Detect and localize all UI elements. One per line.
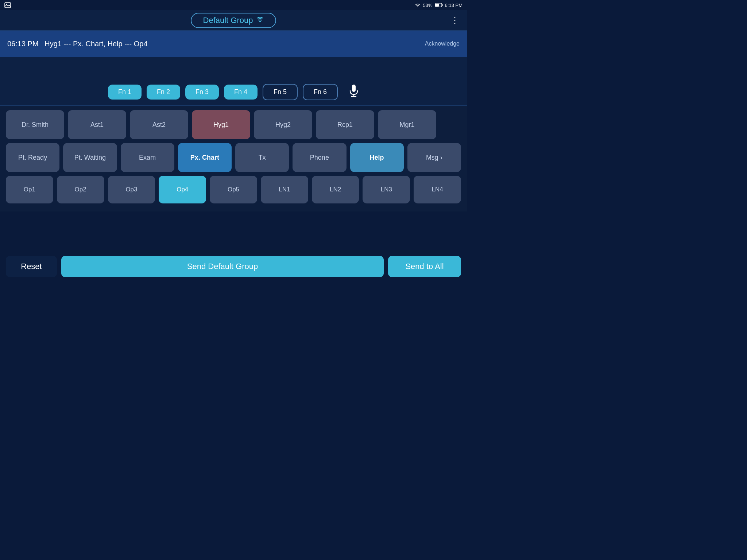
key-pt-waiting[interactable]: Pt. Waiting xyxy=(63,143,117,172)
message-timestamp: 06:13 PM xyxy=(7,40,39,48)
key-op2[interactable]: Op2 xyxy=(57,176,104,203)
fn1-button[interactable]: Fn 1 xyxy=(108,85,142,100)
key-phone[interactable]: Phone xyxy=(293,143,346,172)
group-title: Default Group xyxy=(203,16,253,25)
fn2-button[interactable]: Fn 2 xyxy=(147,85,180,100)
time-text: 6:13 PM xyxy=(445,3,462,8)
app-header: Default Group ⋮ xyxy=(0,10,467,31)
svg-point-5 xyxy=(259,21,261,22)
key-op4[interactable]: Op4 xyxy=(159,176,206,203)
key-px-chart[interactable]: Px. Chart xyxy=(178,143,232,172)
key-pt-ready[interactable]: Pt. Ready xyxy=(6,143,59,172)
function-keys-area: Fn 1 Fn 2 Fn 3 Fn 4 Fn 5 Fn 6 xyxy=(0,79,467,106)
key-dr-smith[interactable]: Dr. Smith xyxy=(6,110,64,139)
key-op1[interactable]: Op1 xyxy=(6,176,53,203)
battery-icon xyxy=(435,3,443,7)
key-hyg2[interactable]: Hyg2 xyxy=(254,110,312,139)
key-op5[interactable]: Op5 xyxy=(210,176,257,203)
message-notification-area: 06:13 PM Hyg1 --- Px. Chart, Help --- Op… xyxy=(0,31,467,57)
status-bar: 53% 6:13 PM xyxy=(0,0,467,10)
fn6-button[interactable]: Fn 6 xyxy=(303,84,338,100)
message-content: 06:13 PM Hyg1 --- Px. Chart, Help --- Op… xyxy=(7,40,148,48)
svg-rect-3 xyxy=(435,4,439,7)
key-msg[interactable]: Msg › xyxy=(407,143,461,172)
wifi-status-icon xyxy=(414,3,421,8)
cast-icon xyxy=(256,17,264,24)
fn4-button[interactable]: Fn 4 xyxy=(224,85,258,100)
spacer-area xyxy=(0,57,467,79)
status-bar-left xyxy=(4,2,11,8)
fn-key-group: Fn 1 Fn 2 Fn 3 Fn 4 Fn 5 Fn 6 xyxy=(108,84,338,100)
svg-rect-0 xyxy=(5,3,11,8)
acknowledge-button[interactable]: Acknowledge xyxy=(425,40,460,47)
send-to-all-button[interactable]: Send to All xyxy=(388,256,461,277)
message-row: Pt. Ready Pt. Waiting Exam Px. Chart Tx … xyxy=(6,143,461,172)
image-icon xyxy=(4,2,11,8)
group-selector-button[interactable]: Default Group xyxy=(191,13,276,28)
key-tx[interactable]: Tx xyxy=(235,143,289,172)
recipient-row: Dr. Smith Ast1 Ast2 Hyg1 Hyg2 Rcp1 Mgr1 xyxy=(6,110,461,139)
keyboard-area: Dr. Smith Ast1 Ast2 Hyg1 Hyg2 Rcp1 Mgr1 … xyxy=(0,106,467,211)
key-ln1[interactable]: LN1 xyxy=(261,176,308,203)
overflow-menu-button[interactable]: ⋮ xyxy=(450,15,460,26)
key-exam[interactable]: Exam xyxy=(121,143,174,172)
key-hyg1[interactable]: Hyg1 xyxy=(192,110,250,139)
fn5-button[interactable]: Fn 5 xyxy=(263,84,298,100)
battery-text: 53% xyxy=(423,3,433,8)
key-ast2[interactable]: Ast2 xyxy=(130,110,188,139)
status-bar-right: 53% 6:13 PM xyxy=(414,3,462,8)
bottom-action-bar: Reset Send Default Group Send to All xyxy=(0,253,467,280)
key-help[interactable]: Help xyxy=(350,143,404,172)
key-ln4[interactable]: LN4 xyxy=(414,176,461,203)
send-default-group-button[interactable]: Send Default Group xyxy=(61,256,384,277)
key-op3[interactable]: Op3 xyxy=(108,176,155,203)
svg-rect-4 xyxy=(442,4,442,6)
key-rcp1[interactable]: Rcp1 xyxy=(316,110,374,139)
microphone-button[interactable] xyxy=(349,84,359,100)
key-ast1[interactable]: Ast1 xyxy=(68,110,126,139)
location-row: Op1 Op2 Op3 Op4 Op5 LN1 LN2 LN3 LN4 xyxy=(6,176,461,203)
key-ln2[interactable]: LN2 xyxy=(312,176,359,203)
key-ln3[interactable]: LN3 xyxy=(363,176,410,203)
reset-button[interactable]: Reset xyxy=(6,256,57,277)
fn3-button[interactable]: Fn 3 xyxy=(185,85,219,100)
key-mgr1[interactable]: Mgr1 xyxy=(378,110,436,139)
svg-rect-6 xyxy=(352,85,356,92)
message-body: Hyg1 --- Px. Chart, Help --- Op4 xyxy=(44,40,147,48)
